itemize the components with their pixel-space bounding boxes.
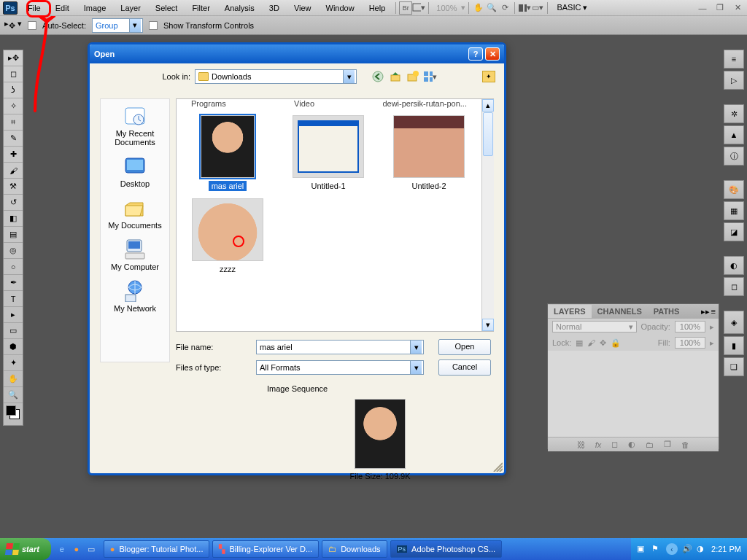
zoom-tool[interactable]: 🔍	[4, 387, 23, 403]
delete-layer-icon[interactable]: 🗑	[681, 440, 689, 449]
lock-transparency-icon[interactable]: ▦	[576, 338, 583, 348]
color-swatches[interactable]	[4, 403, 23, 425]
bridge-icon[interactable]: Br	[399, 1, 412, 15]
file-item[interactable]: mas ariel	[181, 115, 274, 191]
menu-window[interactable]: Window	[319, 1, 362, 15]
workspace-switcher[interactable]: BASIC ▾	[551, 3, 599, 12]
3d-tool[interactable]: ⬢	[4, 339, 23, 355]
window-restore-icon[interactable]: ❐	[713, 1, 727, 15]
panel-navigator-icon[interactable]: ✲	[724, 104, 744, 123]
tab-paths[interactable]: PATHS	[648, 305, 686, 318]
taskbar-item[interactable]: PsAdobe Photoshop CS...	[390, 540, 502, 558]
tab-channels[interactable]: CHANNELS	[592, 305, 648, 318]
eraser-tool[interactable]: ◧	[4, 211, 23, 227]
adjustment-layer-icon[interactable]: ◐	[628, 440, 635, 449]
file-item[interactable]: zzzz	[181, 198, 274, 274]
panel-channels-icon[interactable]: ▮	[724, 336, 744, 355]
truncated-item-label[interactable]: dewi-persik-rutan-pon...	[382, 99, 467, 108]
brush-tool[interactable]: 🖌	[4, 163, 23, 179]
rotate-view-icon[interactable]: ⟳	[498, 1, 511, 15]
hand-icon[interactable]: ✋	[472, 1, 485, 15]
healing-tool[interactable]: ✚	[4, 147, 23, 163]
marquee-tool[interactable]: ◻	[4, 66, 23, 82]
taskbar-item[interactable]: ●Blogger: Tutorial Phot...	[104, 540, 210, 558]
menu-view[interactable]: View	[287, 1, 319, 15]
tray-icon[interactable]: ◑	[697, 544, 707, 554]
ql-desktop-icon[interactable]: ▭	[85, 541, 98, 557]
blend-mode-dropdown[interactable]: Normal▾	[552, 321, 637, 332]
panel-histogram-icon[interactable]: ▲	[724, 125, 744, 144]
panel-history-icon[interactable]: ≡	[724, 50, 744, 69]
taskbar-item[interactable]: ▚Billing-Explorer Ver D...	[212, 540, 319, 558]
menu-3d[interactable]: 3D	[262, 1, 287, 15]
nav-newfolder-icon[interactable]	[406, 70, 419, 83]
panel-masks-icon[interactable]: ◻	[724, 277, 744, 296]
dialog-resize-grip-icon[interactable]	[492, 462, 503, 472]
auto-select-checkbox[interactable]	[28, 21, 36, 30]
taskbar-item[interactable]: 🗀Downloads	[322, 540, 387, 558]
tray-icon[interactable]: ▣	[637, 544, 647, 554]
dodge-tool[interactable]: ○	[4, 259, 23, 275]
scroll-down-icon[interactable]: ▾	[482, 319, 494, 331]
place-mydocs[interactable]: My Documents	[101, 194, 169, 236]
tray-volume-icon[interactable]: 🔊	[682, 544, 692, 554]
system-clock[interactable]: 2:21 PM	[711, 545, 741, 553]
panel-swatches-icon[interactable]: ▦	[724, 201, 744, 220]
nav-up-icon[interactable]	[389, 70, 402, 83]
panel-info-icon[interactable]: ⓘ	[724, 147, 744, 166]
menu-filter[interactable]: Filter	[185, 1, 217, 15]
screen-mode2-icon[interactable]: ▭▾	[531, 1, 544, 15]
stamp-tool[interactable]: ⚒	[4, 179, 23, 195]
nav-back-icon[interactable]	[371, 70, 384, 83]
file-item[interactable]: Untitled-1	[282, 115, 375, 191]
window-minimize-icon[interactable]: —	[696, 1, 709, 15]
cancel-button[interactable]: Cancel	[438, 359, 491, 376]
ql-ie-icon[interactable]: e	[55, 541, 69, 557]
place-recent[interactable]: My Recent Documents	[101, 102, 169, 152]
zoom-icon[interactable]: 🔍	[485, 1, 498, 15]
file-listing-scrollbar[interactable]: ▴ ▾	[481, 99, 494, 331]
file-item[interactable]: Untitled-2	[382, 115, 476, 191]
lock-paint-icon[interactable]: 🖌	[587, 338, 595, 347]
dialog-help-button[interactable]: ?	[468, 47, 483, 61]
lock-all-icon[interactable]: 🔒	[611, 338, 621, 348]
menu-layer[interactable]: Layer	[113, 1, 148, 15]
menu-select[interactable]: Select	[148, 1, 185, 15]
menu-file[interactable]: File	[20, 1, 48, 15]
panel-menu-icon[interactable]: ≡	[711, 307, 716, 316]
menu-edit[interactable]: Edit	[48, 1, 77, 15]
panel-adjustments-icon[interactable]: ◐	[724, 256, 744, 275]
lock-move-icon[interactable]: ✥	[600, 338, 606, 348]
place-mycomputer[interactable]: My Computer	[101, 236, 169, 277]
zoom-level[interactable]: 100%	[432, 4, 461, 12]
tray-expand-icon[interactable]: ‹	[666, 543, 678, 555]
tray-icon[interactable]: ⚑	[651, 544, 662, 554]
panel-color-icon[interactable]: 🎨	[724, 180, 744, 199]
use-adobe-dialog-icon[interactable]: ✦	[482, 71, 495, 82]
truncated-item-label[interactable]: Video	[294, 99, 314, 108]
panel-collapse-icon[interactable]: ▸▸	[701, 307, 710, 316]
gradient-tool[interactable]: ▤	[4, 227, 23, 243]
layer-mask-icon[interactable]: ◻	[611, 440, 618, 449]
open-button[interactable]: Open	[438, 339, 491, 355]
wand-tool[interactable]: ✧	[4, 98, 23, 114]
lasso-tool[interactable]: ʖ	[4, 82, 23, 98]
pen-tool[interactable]: ✒	[4, 275, 23, 291]
place-desktop[interactable]: Desktop	[101, 152, 169, 194]
menu-analysis[interactable]: Analysis	[217, 1, 262, 15]
eyedropper-tool[interactable]: ✎	[4, 131, 23, 147]
type-tool[interactable]: T	[4, 291, 23, 307]
panel-styles-icon[interactable]: ◪	[724, 222, 744, 241]
panel-layers-expand-icon[interactable]: ◈	[724, 311, 744, 334]
link-layers-icon[interactable]: ⛓	[577, 440, 585, 449]
panel-actions-icon[interactable]: ▷	[724, 71, 744, 90]
layer-style-icon[interactable]: fx	[595, 440, 602, 449]
opacity-field[interactable]: 100%	[675, 321, 705, 332]
dialog-close-button[interactable]: ✕	[485, 47, 500, 61]
lookin-dropdown[interactable]: Downloads ▾	[195, 69, 357, 84]
window-close-icon[interactable]: ✕	[731, 1, 744, 15]
scroll-up-icon[interactable]: ▴	[482, 99, 494, 112]
menu-help[interactable]: Help	[362, 1, 393, 15]
layer-group-icon[interactable]: 🗀	[646, 440, 654, 449]
start-button[interactable]: start	[0, 538, 51, 560]
